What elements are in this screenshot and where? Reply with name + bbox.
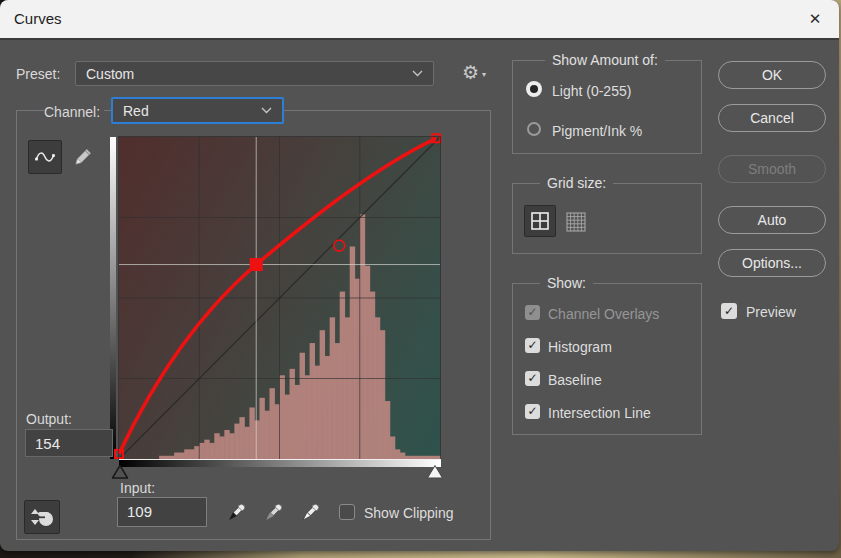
histogram-label: Histogram <box>548 339 612 355</box>
dialog-title: Curves <box>14 10 62 27</box>
histogram-bar <box>184 449 189 459</box>
histogram-bar <box>350 246 355 459</box>
histogram-bar <box>234 424 239 459</box>
histogram-bar <box>340 292 345 459</box>
histogram-bar <box>390 436 395 459</box>
black-point-eyedropper-icon <box>223 500 249 526</box>
highlight-input-slider[interactable] <box>426 464 444 480</box>
ok-button[interactable]: OK <box>718 61 826 89</box>
histogram-bar <box>310 343 315 459</box>
gray-point-eyedropper-button[interactable] <box>258 498 288 528</box>
preview-label: Preview <box>746 304 796 320</box>
chevron-down-icon <box>412 70 423 77</box>
auto-button[interactable]: Auto <box>718 206 826 234</box>
baseline-checkbox[interactable]: ✓ <box>525 371 540 386</box>
cancel-button[interactable]: Cancel <box>718 104 826 132</box>
options-button[interactable]: Options... <box>718 249 826 277</box>
title-bar[interactable]: Curves ✕ <box>0 0 839 40</box>
histogram-bar <box>214 433 219 459</box>
histogram-checkbox[interactable]: ✓ <box>525 338 540 353</box>
curve-tool-icon <box>33 146 57 168</box>
channel-dropdown[interactable]: Red <box>111 97 284 124</box>
baseline-label: Baseline <box>548 372 602 388</box>
histogram-bar <box>239 417 244 459</box>
histogram-bar <box>249 407 254 459</box>
pigment-ink-radio[interactable] <box>527 122 541 136</box>
histogram-bar <box>229 433 234 459</box>
histogram-bar <box>264 411 269 459</box>
white-point-eyedropper-icon <box>297 500 323 526</box>
pencil-tool-button[interactable] <box>66 140 100 174</box>
histogram-bar <box>290 369 295 459</box>
input-gradient-ramp <box>119 459 441 467</box>
histogram-bar <box>300 353 305 459</box>
grid-size-title: Grid size: <box>540 175 613 191</box>
histogram-bar <box>269 388 274 459</box>
check-icon: ✓ <box>527 371 537 385</box>
point-curve-tool-button[interactable] <box>28 140 62 174</box>
preset-options-gear-icon[interactable]: ⚙ <box>462 61 479 83</box>
close-icon[interactable]: ✕ <box>799 3 831 35</box>
histogram-bar <box>204 440 209 459</box>
histogram-bar <box>199 443 204 459</box>
chevron-down-icon <box>261 107 272 114</box>
intersection-line-checkbox[interactable]: ✓ <box>525 404 540 419</box>
pigment-ink-radio-label: Pigment/Ink % <box>552 123 642 139</box>
show-clipping-label: Show Clipping <box>364 505 454 521</box>
histogram-bar <box>305 375 310 459</box>
preset-dropdown[interactable]: Custom <box>75 61 434 86</box>
histogram-bar <box>320 330 325 459</box>
channel-value: Red <box>123 103 149 119</box>
output-field[interactable]: 154 <box>25 429 113 457</box>
sample-circle-marker <box>334 240 345 251</box>
histogram-bar <box>295 385 300 459</box>
histogram-bar <box>280 375 285 459</box>
input-field[interactable]: 109 <box>117 497 207 527</box>
preview-checkbox[interactable]: ✓ <box>721 303 737 319</box>
histogram-bar <box>219 436 224 459</box>
check-icon: ✓ <box>724 304 734 318</box>
input-label: Input: <box>120 480 155 496</box>
shadow-input-slider[interactable] <box>111 464 129 480</box>
smooth-button: Smooth <box>718 155 826 183</box>
histogram-bar <box>370 292 375 459</box>
curve-graph[interactable] <box>119 137 440 459</box>
curves-dialog: Curves ✕ Preset: Custom ⚙ ▾ Channel: Red <box>0 0 839 551</box>
preset-label: Preset: <box>16 66 60 82</box>
check-icon: ✓ <box>527 338 537 352</box>
channel-label: Channel: <box>44 104 104 120</box>
white-point-eyedropper-button[interactable] <box>295 498 325 528</box>
intersection-line-label: Intersection Line <box>548 405 651 421</box>
pencil-icon <box>71 145 95 169</box>
histogram-bar <box>285 395 290 459</box>
quarter-grid-button[interactable] <box>524 205 556 237</box>
histogram-bar <box>254 420 259 459</box>
histogram-bar <box>189 449 194 459</box>
show-amount-groupbox <box>512 60 702 154</box>
histogram-bar <box>385 401 390 459</box>
check-icon: ✓ <box>527 404 537 418</box>
targeted-adjustment-tool-button[interactable] <box>24 500 60 534</box>
gray-point-eyedropper-icon <box>260 500 286 526</box>
show-clipping-checkbox[interactable] <box>339 504 355 520</box>
output-label: Output: <box>26 411 72 427</box>
histogram-bar <box>330 317 335 459</box>
preset-value: Custom <box>86 66 134 82</box>
fine-grid-button[interactable] <box>560 206 592 238</box>
histogram-bar <box>380 330 385 459</box>
histogram-bar <box>335 343 340 459</box>
channel-overlays-checkbox[interactable]: ✓ <box>525 305 540 320</box>
show-amount-title: Show Amount of: <box>545 52 665 68</box>
histogram-bar <box>375 317 380 459</box>
histogram-bar <box>325 356 330 459</box>
light-radio[interactable] <box>526 81 542 97</box>
histogram-bar <box>345 317 350 459</box>
histogram-bar <box>224 430 229 459</box>
histogram-bar <box>395 449 400 459</box>
output-gradient-ramp <box>110 137 116 459</box>
targeted-adjustment-icon <box>29 504 55 530</box>
black-point-eyedropper-button[interactable] <box>221 498 251 528</box>
show-title: Show: <box>540 275 593 291</box>
check-icon: ✓ <box>527 305 537 319</box>
histogram-bar <box>259 398 264 459</box>
